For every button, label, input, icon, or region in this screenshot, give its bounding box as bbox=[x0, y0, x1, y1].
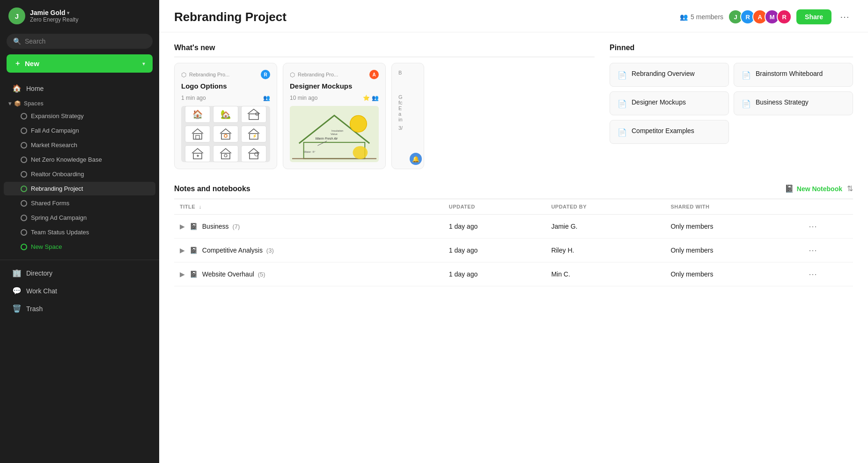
col-updated-by: UPDATED BY bbox=[545, 199, 665, 215]
chevron-down-icon: ▾ bbox=[67, 10, 69, 15]
page-title: Rebranding Project bbox=[174, 10, 672, 24]
new-label: New bbox=[25, 60, 39, 67]
row-actions-button[interactable]: ⋯ bbox=[809, 269, 817, 279]
sidebar-item-market-research[interactable]: Market Research bbox=[4, 138, 155, 152]
members-info: 👥 5 members bbox=[680, 13, 723, 21]
note-count: (5) bbox=[258, 271, 265, 278]
notebook-icon: 📓 bbox=[785, 184, 794, 193]
sidebar-item-shared-forms[interactable]: Shared Forms bbox=[4, 196, 155, 210]
spaces-section[interactable]: ▾ 📦 Spaces bbox=[0, 97, 159, 109]
new-button[interactable]: ＋ New ▾ bbox=[7, 54, 153, 73]
pinned-item-brainstorm-whiteboard[interactable]: 📄 Brainstorm Whiteboard bbox=[734, 63, 853, 87]
svg-point-16 bbox=[350, 115, 367, 132]
table-row[interactable]: ▶ 📓 Business (7) 1 day ago Jamie G. Only… bbox=[174, 215, 853, 239]
svg-text:Value: Value bbox=[331, 133, 338, 135]
card-user-badge: A bbox=[369, 70, 379, 79]
sidebar-item-net-zero[interactable]: Net Zero Knowledge Base bbox=[4, 153, 155, 166]
members-icon: 👥 bbox=[680, 13, 688, 21]
new-notebook-button[interactable]: 📓 New Notebook bbox=[785, 184, 842, 193]
sidebar-item-new-space[interactable]: New Space bbox=[4, 240, 155, 254]
space-label: Net Zero Knowledge Base bbox=[31, 156, 102, 163]
pinned-label: Brainstorm Whiteboard bbox=[756, 70, 823, 77]
user-profile[interactable]: J Jamie Gold ▾ Zero Energy Realty bbox=[0, 0, 159, 32]
sort-arrow: ↓ bbox=[199, 204, 202, 209]
user-org: Zero Energy Realty bbox=[30, 16, 78, 23]
whats-new-section: What's new ⬡ Rebranding Pro... R Logo Op… bbox=[174, 44, 595, 169]
doc-icon: 📄 bbox=[742, 99, 751, 108]
space-indicator bbox=[21, 200, 27, 207]
chevron-down-icon: ▾ bbox=[142, 60, 145, 67]
trash-label: Trash bbox=[26, 305, 43, 313]
directory-label: Directory bbox=[26, 269, 52, 277]
cards-row: ⬡ Rebranding Pro... R Logo Options 1 min… bbox=[174, 63, 595, 169]
sidebar-item-directory[interactable]: 🏢 Directory bbox=[4, 264, 155, 282]
row-actions-button[interactable]: ⋯ bbox=[809, 222, 817, 231]
space-label: Market Research bbox=[31, 142, 77, 149]
members-count: 5 members bbox=[691, 13, 723, 21]
search-label: Search bbox=[25, 37, 45, 45]
directory-icon: 🏢 bbox=[12, 269, 22, 277]
space-label: Rebranding Project bbox=[31, 185, 83, 192]
sidebar-item-spring-ad-campaign[interactable]: Spring Ad Campaign bbox=[4, 211, 155, 224]
space-indicator bbox=[21, 244, 27, 250]
pinned-item-business-strategy[interactable]: 📄 Business Strategy bbox=[734, 91, 853, 115]
card-time: 1 min ago bbox=[181, 95, 206, 101]
avatar: R bbox=[777, 9, 792, 24]
content-columns: What's new ⬡ Rebranding Pro... R Logo Op… bbox=[174, 44, 853, 169]
table-row[interactable]: ▶ 📓 Competitive Analysis (3) 1 day ago R… bbox=[174, 239, 853, 262]
sidebar-item-fall-ad-campaign[interactable]: Fall Ad Campaign bbox=[4, 124, 155, 137]
space-label: Expansion Strategy bbox=[31, 112, 84, 119]
space-indicator bbox=[21, 127, 27, 134]
notebook-icon: 📓 bbox=[190, 223, 198, 230]
table-row[interactable]: ▶ 📓 Website Overhaul (5) 1 day ago Min C… bbox=[174, 262, 853, 286]
card-designer-mockups[interactable]: ⬡ Rebranding Pro... A Designer Mockups 1… bbox=[283, 63, 386, 169]
new-space-label: New Space bbox=[31, 243, 62, 250]
sidebar-item-expansion-strategy[interactable]: Expansion Strategy bbox=[4, 109, 155, 123]
space-indicator bbox=[21, 229, 27, 236]
pinned-label: Designer Mockups bbox=[632, 98, 686, 106]
sidebar-item-home[interactable]: 🏠 Home bbox=[4, 80, 155, 97]
space-indicator bbox=[21, 215, 27, 221]
doc-icon: ⬡ bbox=[181, 71, 186, 78]
home-icon: 🏠 bbox=[12, 84, 22, 93]
pinned-item-designer-mockups[interactable]: 📄 Designer Mockups bbox=[610, 91, 729, 115]
svg-point-5 bbox=[224, 134, 227, 137]
sidebar-item-realtor-onboarding[interactable]: Realtor Onboarding bbox=[4, 167, 155, 181]
more-options-button[interactable]: ⋯ bbox=[836, 9, 853, 24]
expand-icon[interactable]: ▶ bbox=[180, 270, 185, 278]
notes-header: Notes and notebooks 📓 New Notebook ⇅ bbox=[174, 184, 853, 199]
card-logo-options[interactable]: ⬡ Rebranding Pro... R Logo Options 1 min… bbox=[174, 63, 277, 169]
search-bar[interactable]: 🔍 Search bbox=[7, 34, 153, 49]
doc-icon: 📄 bbox=[618, 71, 627, 80]
col-title: TITLE ↓ bbox=[174, 199, 443, 215]
col-updated: UPDATED bbox=[443, 199, 546, 215]
star-icon: ⭐ bbox=[363, 95, 370, 101]
card-user-badge: R bbox=[261, 70, 270, 79]
space-indicator bbox=[21, 142, 27, 149]
expand-icon[interactable]: ▶ bbox=[180, 223, 185, 230]
pinned-item-rebranding-overview[interactable]: 📄 Rebranding Overview bbox=[610, 63, 729, 87]
col-actions bbox=[803, 199, 853, 215]
card-title: Designer Mockups bbox=[290, 82, 379, 90]
card-thumbnail: Warm Fresh Air Insulation Value Water -5… bbox=[290, 106, 379, 162]
pinned-item-competitor-examples[interactable]: 📄 Competitor Examples bbox=[610, 120, 729, 144]
avatar-stack: J R A M R bbox=[728, 9, 792, 24]
sidebar-item-team-status-updates[interactable]: Team Status Updates bbox=[4, 225, 155, 239]
shared-with: Only members bbox=[665, 239, 802, 262]
note-title: Business bbox=[202, 223, 229, 230]
note-count: (3) bbox=[266, 247, 274, 254]
svg-point-11 bbox=[224, 154, 227, 157]
people-icon: 👥 bbox=[372, 95, 379, 101]
share-button[interactable]: Share bbox=[796, 9, 831, 24]
sidebar-item-trash[interactable]: 🗑️ Trash bbox=[4, 300, 155, 317]
plus-icon: ＋ bbox=[14, 59, 21, 68]
sidebar-item-rebranding-project[interactable]: Rebranding Project bbox=[4, 182, 155, 195]
card-partial[interactable]: B G fc E a in 3/ 🔔 bbox=[391, 63, 424, 169]
expand-icon[interactable]: ▶ bbox=[180, 246, 185, 254]
sort-icon[interactable]: ⇅ bbox=[847, 184, 853, 193]
row-actions-button[interactable]: ⋯ bbox=[809, 246, 817, 255]
work-chat-label: Work Chat bbox=[26, 287, 57, 295]
user-name: Jamie Gold bbox=[30, 9, 65, 16]
sidebar-item-work-chat[interactable]: 💬 Work Chat bbox=[4, 282, 155, 299]
pinned-title: Pinned bbox=[610, 44, 853, 57]
